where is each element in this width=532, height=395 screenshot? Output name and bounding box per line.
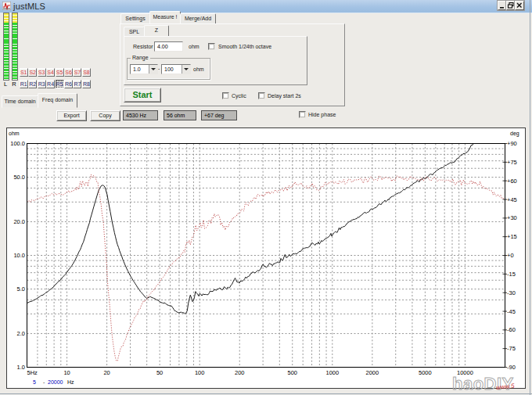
range-to-value: 100: [164, 66, 174, 72]
r-button-3[interactable]: R3: [38, 80, 46, 88]
right-axis-title: deg: [510, 131, 519, 136]
range-legend: Range: [131, 55, 150, 60]
y-right-tick-+75: +75: [507, 159, 517, 166]
titlebar: justMLS: [0, 0, 532, 13]
range-separator: -: [158, 66, 160, 71]
tab-freq-domain[interactable]: Freq domain: [38, 93, 77, 108]
left-axis-title: ohm: [9, 131, 20, 136]
r-button-4[interactable]: R4: [46, 80, 55, 88]
smooth-label: Smooth 1/24th octave: [218, 44, 271, 49]
r-button-8[interactable]: R8: [82, 80, 91, 88]
s-button-6[interactable]: S6: [64, 68, 73, 77]
resistor-unit-label: ohm: [189, 44, 200, 49]
x-tick-1000: 1000: [325, 369, 339, 376]
y-right-tick--30: -30: [507, 289, 516, 296]
range-from-combo[interactable]: 1.0: [130, 64, 158, 74]
smooth-checkbox[interactable]: [208, 43, 215, 50]
y-right-tick--75: -75: [507, 345, 516, 352]
y-left-tick-100.0: 100.0: [10, 140, 25, 147]
s-button-7[interactable]: S7: [73, 68, 81, 77]
impedance-readout: 56 ohm: [164, 110, 196, 120]
hide-phase-checkbox[interactable]: [299, 111, 306, 118]
y-right-tick-+45: +45: [507, 196, 517, 203]
vu-meter-left: [3, 13, 9, 81]
s-button-8[interactable]: S8: [82, 68, 91, 77]
y-right-tick--45: -45: [507, 308, 516, 315]
y-right-tick-+30: +30: [507, 214, 517, 221]
x-tick-20: 20: [103, 369, 110, 376]
s-button-3[interactable]: S3: [38, 68, 46, 77]
s-button-2[interactable]: S2: [28, 68, 37, 77]
range-from-dropdown-icon[interactable]: [149, 65, 157, 74]
y-right-tick-+15: +15: [507, 233, 517, 240]
footer-to: 20000: [48, 379, 63, 385]
phase-readout: +67 deg: [201, 110, 237, 120]
delay-label: Delay start 2s: [268, 93, 301, 99]
y-left-tick-1.0: 1.0: [17, 364, 25, 371]
app-icon: [2, 2, 11, 10]
r-button-7[interactable]: R7: [73, 80, 81, 88]
y-right-tick-+60: +60: [507, 178, 517, 185]
range-to-dropdown-icon[interactable]: [182, 65, 190, 74]
footer-from: 5: [33, 379, 36, 385]
vu-meter-left-yellow-segment: [4, 13, 9, 23]
impedance-phase-chart: 100.050.020.010.05.02.01.0+90+75+60+45+3…: [7, 128, 525, 388]
delay-checkbox[interactable]: [258, 92, 265, 99]
y-left-tick-5.0: 5.0: [17, 285, 25, 293]
chart-panel: 100.050.020.010.05.02.01.0+90+75+60+45+3…: [6, 127, 526, 389]
window-frame-bottom: [0, 393, 532, 394]
y-right-tick--60: -60: [507, 326, 516, 333]
y-right-tick--90: -90: [507, 364, 516, 371]
resistor-label: Resistor: [133, 44, 153, 49]
x-tick-100: 100: [195, 369, 205, 376]
r-button-2[interactable]: R2: [28, 80, 37, 88]
s-button-5[interactable]: S5: [56, 68, 64, 77]
vu-meter-right-green-segment: [13, 23, 17, 80]
close-icon: [516, 2, 523, 9]
r-button-6[interactable]: R6: [64, 80, 73, 88]
x-tick-200: 200: [235, 369, 245, 376]
y-left-tick-50.0: 50.0: [13, 174, 25, 181]
cyclic-label: Cyclic: [232, 93, 246, 99]
s-button-1[interactable]: S1: [20, 68, 28, 77]
hide-phase-label: Hide phase: [308, 112, 336, 117]
x-tick-500: 500: [287, 369, 297, 376]
y-right-tick--15: -15: [507, 271, 516, 278]
meter-label-right: R: [11, 81, 17, 88]
x-tick-5000: 5000: [419, 369, 432, 376]
range-from-value: 1.0: [133, 66, 141, 72]
start-button[interactable]: Start: [124, 88, 161, 102]
app-window: justMLS L R S1S2S3S4S5S6S7S8 R1R2R3R4R5R…: [0, 0, 532, 395]
x-tick-2000: 2000: [366, 369, 379, 376]
export-button[interactable]: Export: [56, 110, 87, 121]
restore-icon: [507, 2, 515, 9]
resistor-input[interactable]: 4.00: [154, 41, 183, 52]
window-title: justMLS: [13, 2, 45, 11]
footer-separator: -: [43, 379, 45, 385]
y-right-tick-+0: +0: [507, 252, 514, 259]
vu-meter-left-green-segment: [4, 23, 9, 80]
y-left-tick-20.0: 20.0: [13, 218, 25, 225]
window-frame-right: [530, 0, 530, 395]
range-unit-label: ohm: [193, 66, 204, 72]
close-button[interactable]: [515, 1, 524, 10]
footer-unit: Hz: [67, 379, 74, 385]
r-button-1[interactable]: R1: [20, 80, 28, 88]
series-impedance: [27, 144, 474, 314]
resistor-value: 4.00: [157, 44, 168, 49]
meter-label-left: L: [2, 81, 9, 88]
range-to-combo[interactable]: 100: [161, 64, 191, 74]
tab-time-domain[interactable]: Time domain: [2, 95, 38, 108]
r-button-5[interactable]: R5: [56, 80, 64, 88]
minimize-icon: [498, 2, 506, 9]
x-tick-10: 10: [63, 369, 70, 376]
cyclic-checkbox[interactable]: [222, 92, 229, 99]
y-left-tick-10.0: 10.0: [13, 252, 25, 259]
x-tick-50: 50: [156, 369, 163, 376]
y-left-tick-2.0: 2.0: [17, 330, 25, 337]
s-button-4[interactable]: S4: [46, 68, 55, 77]
copy-button[interactable]: Copy: [90, 110, 120, 121]
frequency-readout: 4530 Hz: [123, 110, 158, 120]
vu-meter-right: [12, 13, 18, 81]
series-phase: [27, 174, 505, 361]
